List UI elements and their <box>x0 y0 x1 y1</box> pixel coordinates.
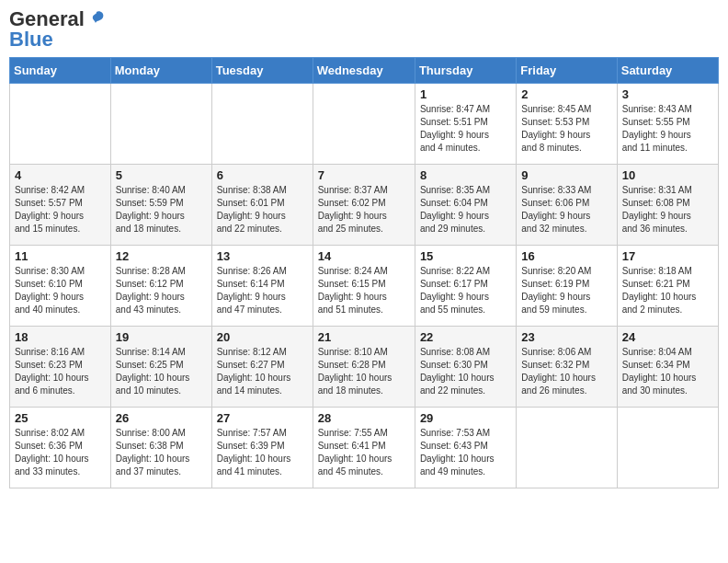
calendar-cell: 22Sunrise: 8:08 AM Sunset: 6:30 PM Dayli… <box>415 327 516 408</box>
day-info: Sunrise: 8:14 AM Sunset: 6:25 PM Dayligh… <box>116 347 190 396</box>
calendar-cell: 10Sunrise: 8:31 AM Sunset: 6:08 PM Dayli… <box>617 165 718 246</box>
day-number: 27 <box>217 411 308 425</box>
calendar-cell: 28Sunrise: 7:55 AM Sunset: 6:41 PM Dayli… <box>313 408 415 488</box>
calendar-cell <box>211 84 313 165</box>
day-number: 10 <box>622 168 713 182</box>
day-number: 12 <box>116 249 207 263</box>
day-info: Sunrise: 8:10 AM Sunset: 6:28 PM Dayligh… <box>318 347 392 396</box>
day-number: 5 <box>116 168 207 182</box>
weekday-header-wednesday: Wednesday <box>313 58 415 84</box>
calendar-cell: 4Sunrise: 8:42 AM Sunset: 5:57 PM Daylig… <box>10 165 111 246</box>
calendar-cell: 12Sunrise: 8:28 AM Sunset: 6:12 PM Dayli… <box>110 246 211 327</box>
day-number: 22 <box>420 330 511 344</box>
calendar-table: SundayMondayTuesdayWednesdayThursdayFrid… <box>9 57 719 488</box>
calendar-cell: 23Sunrise: 8:06 AM Sunset: 6:32 PM Dayli… <box>517 327 617 408</box>
day-info: Sunrise: 8:26 AM Sunset: 6:14 PM Dayligh… <box>217 266 287 315</box>
day-number: 9 <box>521 168 611 182</box>
day-number: 13 <box>217 249 308 263</box>
calendar-cell: 5Sunrise: 8:40 AM Sunset: 5:59 PM Daylig… <box>110 165 211 246</box>
calendar-cell <box>10 84 111 165</box>
day-info: Sunrise: 8:30 AM Sunset: 6:10 PM Dayligh… <box>15 266 85 315</box>
logo-blue-text: Blue <box>9 29 107 50</box>
calendar-cell <box>110 84 211 165</box>
day-info: Sunrise: 8:20 AM Sunset: 6:19 PM Dayligh… <box>521 266 591 315</box>
calendar-cell: 17Sunrise: 8:18 AM Sunset: 6:21 PM Dayli… <box>617 246 718 327</box>
day-info: Sunrise: 8:35 AM Sunset: 6:04 PM Dayligh… <box>420 185 490 234</box>
day-info: Sunrise: 8:37 AM Sunset: 6:02 PM Dayligh… <box>318 185 388 234</box>
day-info: Sunrise: 8:16 AM Sunset: 6:23 PM Dayligh… <box>15 347 89 396</box>
calendar-cell: 16Sunrise: 8:20 AM Sunset: 6:19 PM Dayli… <box>517 246 617 327</box>
calendar-cell <box>617 408 718 488</box>
day-number: 7 <box>318 168 410 182</box>
day-info: Sunrise: 7:55 AM Sunset: 6:41 PM Dayligh… <box>318 428 392 477</box>
calendar-cell: 13Sunrise: 8:26 AM Sunset: 6:14 PM Dayli… <box>211 246 313 327</box>
day-number: 16 <box>521 249 611 263</box>
calendar-week-row: 18Sunrise: 8:16 AM Sunset: 6:23 PM Dayli… <box>10 327 719 408</box>
day-number: 18 <box>15 330 106 344</box>
day-number: 24 <box>622 330 713 344</box>
calendar-cell: 2Sunrise: 8:45 AM Sunset: 5:53 PM Daylig… <box>517 84 617 165</box>
day-info: Sunrise: 8:00 AM Sunset: 6:38 PM Dayligh… <box>116 428 190 477</box>
day-number: 25 <box>15 411 106 425</box>
day-info: Sunrise: 7:53 AM Sunset: 6:43 PM Dayligh… <box>420 428 495 477</box>
day-info: Sunrise: 7:57 AM Sunset: 6:39 PM Dayligh… <box>217 428 291 477</box>
day-number: 11 <box>15 249 106 263</box>
day-number: 8 <box>420 168 511 182</box>
calendar-cell: 1Sunrise: 8:47 AM Sunset: 5:51 PM Daylig… <box>415 84 516 165</box>
calendar-cell: 7Sunrise: 8:37 AM Sunset: 6:02 PM Daylig… <box>313 165 415 246</box>
weekday-header-thursday: Thursday <box>415 58 516 84</box>
day-info: Sunrise: 8:31 AM Sunset: 6:08 PM Dayligh… <box>622 185 692 234</box>
calendar-cell: 18Sunrise: 8:16 AM Sunset: 6:23 PM Dayli… <box>10 327 111 408</box>
day-info: Sunrise: 8:33 AM Sunset: 6:06 PM Dayligh… <box>521 185 591 234</box>
calendar-week-row: 25Sunrise: 8:02 AM Sunset: 6:36 PM Dayli… <box>10 408 719 488</box>
day-number: 14 <box>318 249 410 263</box>
calendar-cell: 24Sunrise: 8:04 AM Sunset: 6:34 PM Dayli… <box>617 327 718 408</box>
logo: General Blue <box>9 9 107 50</box>
weekday-header-tuesday: Tuesday <box>211 58 313 84</box>
day-number: 28 <box>318 411 410 425</box>
weekday-header-friday: Friday <box>517 58 617 84</box>
calendar-cell: 8Sunrise: 8:35 AM Sunset: 6:04 PM Daylig… <box>415 165 516 246</box>
day-info: Sunrise: 8:06 AM Sunset: 6:32 PM Dayligh… <box>521 347 596 396</box>
day-info: Sunrise: 8:45 AM Sunset: 5:53 PM Dayligh… <box>521 104 591 153</box>
weekday-header-sunday: Sunday <box>10 58 111 84</box>
calendar-week-row: 4Sunrise: 8:42 AM Sunset: 5:57 PM Daylig… <box>10 165 719 246</box>
day-number: 20 <box>217 330 308 344</box>
weekday-header-row: SundayMondayTuesdayWednesdayThursdayFrid… <box>10 58 719 84</box>
day-number: 19 <box>116 330 207 344</box>
day-info: Sunrise: 8:28 AM Sunset: 6:12 PM Dayligh… <box>116 266 186 315</box>
day-number: 4 <box>15 168 106 182</box>
logo-bird-icon <box>86 9 107 29</box>
day-info: Sunrise: 8:22 AM Sunset: 6:17 PM Dayligh… <box>420 266 490 315</box>
day-number: 1 <box>420 87 511 101</box>
calendar-week-row: 1Sunrise: 8:47 AM Sunset: 5:51 PM Daylig… <box>10 84 719 165</box>
day-info: Sunrise: 8:40 AM Sunset: 5:59 PM Dayligh… <box>116 185 186 234</box>
calendar-cell: 26Sunrise: 8:00 AM Sunset: 6:38 PM Dayli… <box>110 408 211 488</box>
day-info: Sunrise: 8:18 AM Sunset: 6:21 PM Dayligh… <box>622 266 697 315</box>
day-info: Sunrise: 8:47 AM Sunset: 5:51 PM Dayligh… <box>420 104 490 153</box>
day-info: Sunrise: 8:08 AM Sunset: 6:30 PM Dayligh… <box>420 347 495 396</box>
day-number: 3 <box>622 87 713 101</box>
day-info: Sunrise: 8:42 AM Sunset: 5:57 PM Dayligh… <box>15 185 85 234</box>
day-number: 2 <box>521 87 611 101</box>
day-number: 23 <box>521 330 611 344</box>
calendar-cell: 6Sunrise: 8:38 AM Sunset: 6:01 PM Daylig… <box>211 165 313 246</box>
calendar-cell: 14Sunrise: 8:24 AM Sunset: 6:15 PM Dayli… <box>313 246 415 327</box>
calendar-cell <box>517 408 617 488</box>
day-info: Sunrise: 8:02 AM Sunset: 6:36 PM Dayligh… <box>15 428 89 477</box>
day-info: Sunrise: 8:24 AM Sunset: 6:15 PM Dayligh… <box>318 266 388 315</box>
calendar-cell: 29Sunrise: 7:53 AM Sunset: 6:43 PM Dayli… <box>415 408 516 488</box>
calendar-cell: 19Sunrise: 8:14 AM Sunset: 6:25 PM Dayli… <box>110 327 211 408</box>
day-info: Sunrise: 8:43 AM Sunset: 5:55 PM Dayligh… <box>622 104 692 153</box>
calendar-cell: 20Sunrise: 8:12 AM Sunset: 6:27 PM Dayli… <box>211 327 313 408</box>
calendar-cell: 21Sunrise: 8:10 AM Sunset: 6:28 PM Dayli… <box>313 327 415 408</box>
day-info: Sunrise: 8:12 AM Sunset: 6:27 PM Dayligh… <box>217 347 291 396</box>
calendar-cell: 25Sunrise: 8:02 AM Sunset: 6:36 PM Dayli… <box>10 408 111 488</box>
day-number: 21 <box>318 330 410 344</box>
calendar-cell: 15Sunrise: 8:22 AM Sunset: 6:17 PM Dayli… <box>415 246 516 327</box>
header: General Blue <box>9 9 719 50</box>
day-number: 29 <box>420 411 511 425</box>
day-number: 26 <box>116 411 207 425</box>
calendar-cell: 27Sunrise: 7:57 AM Sunset: 6:39 PM Dayli… <box>211 408 313 488</box>
day-number: 17 <box>622 249 713 263</box>
